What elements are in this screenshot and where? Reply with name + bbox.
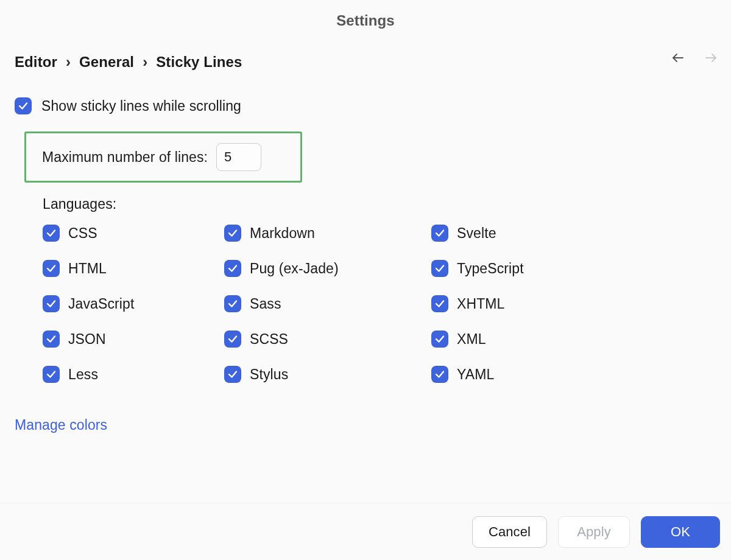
check-icon xyxy=(434,228,445,239)
lang-item-sass: Sass xyxy=(224,295,431,312)
back-button[interactable] xyxy=(670,51,686,65)
check-icon xyxy=(434,334,445,345)
check-icon xyxy=(227,334,238,345)
check-icon xyxy=(227,298,238,309)
lang-label: Stylus xyxy=(250,366,288,383)
lang-label: XML xyxy=(457,331,486,348)
lang-checkbox-javascript[interactable] xyxy=(43,295,60,312)
breadcrumb-separator: › xyxy=(66,54,71,71)
check-icon xyxy=(227,263,238,274)
lang-item-less: Less xyxy=(43,366,224,383)
lang-item-json: JSON xyxy=(43,331,224,348)
lang-checkbox-html[interactable] xyxy=(43,260,60,277)
lang-label: XHTML xyxy=(457,296,504,312)
languages-label: Languages: xyxy=(43,196,716,212)
lang-label: SCSS xyxy=(250,331,288,348)
max-lines-label: Maximum number of lines: xyxy=(42,149,208,166)
check-icon xyxy=(46,369,57,380)
breadcrumb-item-general[interactable]: General xyxy=(79,54,134,71)
check-icon xyxy=(434,298,445,309)
ok-button[interactable]: OK xyxy=(641,516,720,548)
dialog-footer: Cancel Apply OK xyxy=(0,503,731,560)
breadcrumb: Editor › General › Sticky Lines xyxy=(15,54,242,71)
lang-checkbox-xml[interactable] xyxy=(431,331,448,348)
lang-label: YAML xyxy=(457,366,494,383)
breadcrumb-item-current: Sticky Lines xyxy=(156,54,242,71)
lang-checkbox-json[interactable] xyxy=(43,331,60,348)
lang-label: JavaScript xyxy=(68,296,134,312)
lang-checkbox-pug[interactable] xyxy=(224,260,241,277)
show-sticky-label: Show sticky lines while scrolling xyxy=(41,98,241,114)
lang-checkbox-less[interactable] xyxy=(43,366,60,383)
lang-label: HTML xyxy=(68,261,107,277)
settings-content: Show sticky lines while scrolling Maximu… xyxy=(15,97,716,433)
arrow-left-icon xyxy=(671,51,685,65)
cancel-button[interactable]: Cancel xyxy=(472,516,547,548)
lang-checkbox-yaml[interactable] xyxy=(431,366,448,383)
lang-checkbox-sass[interactable] xyxy=(224,295,241,312)
nav-arrows xyxy=(670,51,719,65)
check-icon xyxy=(18,100,29,111)
lang-item-typescript: TypeScript xyxy=(431,260,613,277)
lang-item-scss: SCSS xyxy=(224,331,431,348)
lang-checkbox-css[interactable] xyxy=(43,225,60,242)
check-icon xyxy=(434,369,445,380)
check-icon xyxy=(227,369,238,380)
lang-item-xml: XML xyxy=(431,331,613,348)
lang-item-html: HTML xyxy=(43,260,224,277)
lang-checkbox-scss[interactable] xyxy=(224,331,241,348)
lang-checkbox-xhtml[interactable] xyxy=(431,295,448,312)
lang-label: Sass xyxy=(250,296,281,312)
apply-button[interactable]: Apply xyxy=(558,516,630,548)
lang-checkbox-svelte[interactable] xyxy=(431,225,448,242)
max-lines-input[interactable] xyxy=(216,143,261,171)
lang-item-stylus: Stylus xyxy=(224,366,431,383)
lang-label: Less xyxy=(68,366,98,383)
show-sticky-checkbox[interactable] xyxy=(15,97,32,114)
max-lines-highlight: Maximum number of lines: xyxy=(24,131,302,183)
lang-checkbox-typescript[interactable] xyxy=(431,260,448,277)
manage-colors-link[interactable]: Manage colors xyxy=(15,417,107,433)
lang-checkbox-markdown[interactable] xyxy=(224,225,241,242)
lang-item-markdown: Markdown xyxy=(224,225,431,242)
check-icon xyxy=(227,228,238,239)
lang-item-pug: Pug (ex-Jade) xyxy=(224,260,431,277)
check-icon xyxy=(46,334,57,345)
lang-item-yaml: YAML xyxy=(431,366,613,383)
check-icon xyxy=(46,228,57,239)
lang-item-svelte: Svelte xyxy=(431,225,613,242)
breadcrumb-separator: › xyxy=(143,54,147,71)
lang-label: TypeScript xyxy=(457,261,524,277)
lang-label: Pug (ex-Jade) xyxy=(250,261,339,277)
arrow-right-icon xyxy=(704,51,718,65)
forward-button[interactable] xyxy=(703,51,719,65)
check-icon xyxy=(46,298,57,309)
lang-label: CSS xyxy=(68,225,97,242)
settings-dialog: Settings Editor › General › Sticky Lines xyxy=(0,0,731,560)
lang-checkbox-stylus[interactable] xyxy=(224,366,241,383)
lang-item-css: CSS xyxy=(43,225,224,242)
show-sticky-row: Show sticky lines while scrolling xyxy=(15,97,716,114)
check-icon xyxy=(434,263,445,274)
lang-label: Markdown xyxy=(250,225,315,242)
lang-label: Svelte xyxy=(457,225,496,242)
lang-item-xhtml: XHTML xyxy=(431,295,613,312)
breadcrumb-item-editor[interactable]: Editor xyxy=(15,54,57,71)
languages-grid: CSS Markdown Svelte HTML Pug (ex-Jade) xyxy=(43,225,716,383)
page-title: Settings xyxy=(0,12,731,29)
lang-label: JSON xyxy=(68,331,106,348)
lang-item-javascript: JavaScript xyxy=(43,295,224,312)
check-icon xyxy=(46,263,57,274)
